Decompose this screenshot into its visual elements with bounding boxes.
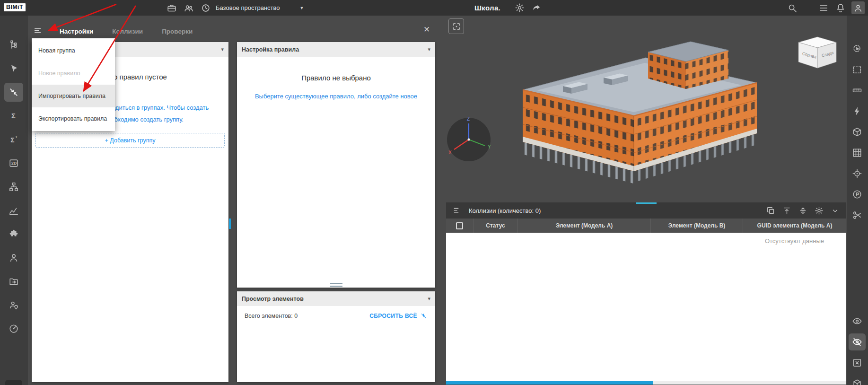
svg-text:+: + — [15, 135, 18, 140]
collapse-section-icon[interactable]: ▾ — [428, 46, 430, 52]
bimit-logo: BIMiT — [4, 3, 26, 11]
reset-all-label: СБРОСИТЬ ВСЁ — [369, 313, 417, 319]
axis-y-label: Y — [488, 144, 491, 149]
svg-text:Σ: Σ — [11, 112, 16, 120]
clash-detection-icon[interactable] — [4, 83, 23, 102]
import-icon[interactable] — [782, 206, 791, 215]
project-title: Школа. — [474, 4, 500, 12]
help-button[interactable]: ? — [5, 380, 22, 385]
workspace-selector[interactable]: Базовое пространство ▼ — [216, 0, 304, 16]
left-toolbar: Σ Σ+ 2D ? — [0, 16, 28, 385]
axis-z-label: Z — [467, 116, 470, 122]
collisions-panel: Коллизии (количество: 0) Статус Элемент … — [446, 202, 846, 385]
duplicate-icon[interactable] — [766, 206, 775, 215]
menu-item-export-rules[interactable]: Экспортировать правила — [32, 107, 115, 130]
horizontal-scrollbar — [446, 381, 846, 385]
column-status: Статус — [473, 219, 517, 233]
rule-settings-header: Настройка правила ▾ — [237, 42, 435, 57]
svg-text:P: P — [856, 192, 859, 197]
rule-empty-hint: Выберите существующее правило, либо созд… — [246, 90, 426, 102]
people-icon[interactable] — [4, 248, 23, 267]
elements-header-title: Просмотр элементов — [242, 296, 304, 302]
graphs-icon[interactable] — [4, 201, 23, 220]
axis-x-label: X — [448, 150, 452, 155]
clear-selection-icon[interactable] — [849, 354, 866, 371]
align-vertical-icon[interactable] — [798, 206, 807, 215]
caret-down-icon: ▼ — [300, 6, 304, 10]
settings-icon[interactable] — [515, 3, 525, 13]
deselect-icon — [420, 312, 428, 320]
profile-icon[interactable] — [851, 1, 865, 14]
clash-run-icon[interactable] — [849, 103, 866, 120]
structure-icon[interactable] — [4, 177, 23, 196]
search-icon[interactable] — [787, 3, 798, 13]
bimit-app: Z X Y Справа Сзади Коллизии (количество:… — [0, 0, 868, 385]
history-icon[interactable] — [201, 3, 211, 13]
select-box-icon[interactable] — [849, 61, 866, 78]
panel-resize-handle[interactable] — [330, 283, 342, 287]
collapse-section-icon[interactable]: ▾ — [221, 46, 224, 52]
axis-gizmo[interactable]: Z X Y — [444, 114, 496, 166]
cut-icon[interactable] — [849, 207, 866, 224]
section-box-icon[interactable] — [849, 123, 866, 140]
collisions-header: Коллизии (количество: 0) — [446, 202, 846, 219]
close-panel-button[interactable]: ✕ — [423, 26, 430, 34]
add-group-button[interactable]: + Добавить группу — [35, 133, 225, 148]
menu-item-import-rules[interactable]: Импортировать правила — [32, 85, 115, 107]
tab-checks[interactable]: Проверки — [162, 28, 193, 35]
measure-icon[interactable] — [849, 82, 866, 99]
menu-item-new-rule: Новое правило — [32, 62, 115, 85]
shared-models-icon[interactable] — [4, 272, 23, 291]
2d-view-icon[interactable]: 2D — [4, 154, 23, 173]
orbit-icon[interactable] — [849, 40, 866, 57]
select-all-cell — [446, 219, 473, 233]
toolbox-icon[interactable] — [167, 3, 177, 13]
isolate-icon[interactable] — [849, 375, 866, 385]
collisions-table-header: Статус Элемент (Модель A) Элемент (Модел… — [446, 219, 846, 233]
column-element-a: Элемент (Модель A) — [517, 219, 650, 233]
notifications-icon[interactable] — [835, 3, 846, 13]
no-data-label: Отсутствуют данные — [743, 237, 846, 245]
share-icon[interactable] — [532, 3, 542, 13]
rules-menu-button[interactable] — [33, 26, 44, 37]
grid-icon[interactable] — [849, 144, 866, 161]
sum-tool-icon[interactable]: Σ — [4, 106, 23, 125]
fit-view-button[interactable] — [448, 18, 464, 34]
svg-text:2D: 2D — [11, 161, 17, 166]
workspace-label: Базовое пространство — [216, 4, 280, 11]
collapse-panel-icon[interactable] — [831, 206, 840, 215]
plan-marker-icon[interactable]: P — [849, 186, 866, 203]
locate-icon[interactable] — [849, 165, 866, 182]
elements-total-label: Всего элементов: 0 — [245, 313, 298, 319]
menu-item-new-group[interactable]: Новая группа — [32, 39, 115, 62]
model-tree-icon[interactable] — [4, 35, 23, 54]
team-icon[interactable] — [184, 3, 194, 13]
rule-settings-panel: Настройка правила ▾ Правило не выбрано В… — [237, 42, 435, 288]
column-element-b: Элемент (Модель B) — [650, 219, 743, 233]
plugins-icon[interactable] — [4, 225, 23, 244]
column-guid-a: GUID элемента (Модель A) — [743, 219, 846, 233]
panel-resize-handle[interactable] — [636, 202, 657, 204]
scroll-indicator[interactable] — [229, 219, 231, 229]
collisions-menu-icon[interactable] — [453, 206, 462, 215]
collisions-table-body: Отсутствуют данные — [446, 233, 846, 381]
hide-elements-icon[interactable] — [849, 333, 866, 350]
rules-context-menu: Новая группа Новое правило Импортировать… — [32, 38, 115, 131]
collapse-section-icon[interactable]: ▾ — [428, 296, 430, 302]
select-all-checkbox[interactable] — [456, 222, 463, 229]
show-elements-icon[interactable] — [849, 313, 866, 330]
sum-add-tool-icon[interactable]: Σ+ — [4, 130, 23, 149]
reset-all-link[interactable]: СБРОСИТЬ ВСЁ — [369, 312, 428, 320]
settings-icon[interactable] — [815, 206, 824, 215]
tab-collisions[interactable]: Коллизии — [112, 28, 143, 35]
elements-header: Просмотр элементов ▾ — [237, 291, 435, 306]
collisions-title: Коллизии (количество: 0) — [469, 207, 541, 214]
select-tool-icon[interactable] — [4, 59, 23, 78]
tab-settings[interactable]: Настройки — [60, 28, 93, 35]
scrollbar-thumb[interactable] — [446, 381, 653, 385]
list-icon[interactable] — [818, 3, 829, 13]
viewport-toolbar: P — [847, 16, 868, 385]
view-cube[interactable]: Справа Сзади — [789, 35, 846, 74]
user-location-icon[interactable] — [4, 296, 23, 315]
dashboard-icon[interactable] — [4, 319, 23, 338]
